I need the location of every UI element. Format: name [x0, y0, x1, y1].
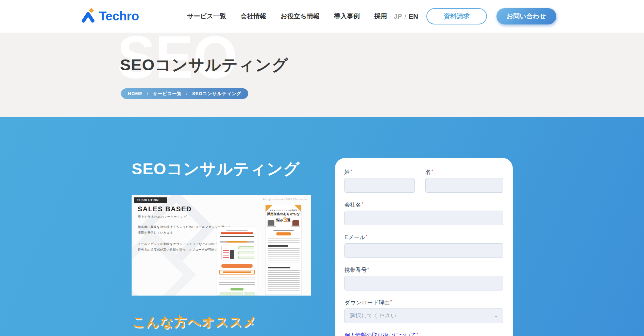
form-group-lastname: 姓* [344, 169, 415, 193]
required-asterisk: * [351, 169, 353, 174]
slide-section-tag: 02.SOLUTION [134, 197, 167, 203]
lastname-input[interactable] [344, 178, 415, 193]
breadcrumb-services[interactable]: サービス一覧 [153, 91, 182, 97]
document-request-button[interactable]: 資料請求 [426, 8, 487, 24]
page: Techro サービス一覧 会社情報 お役立ち情報 導入事例 採用 JP / E… [0, 0, 644, 336]
green-label-decoration [231, 288, 243, 290]
required-asterisk: * [417, 332, 418, 336]
section-title: SEOコンサルティング [132, 158, 300, 180]
placeholder-text-line [273, 230, 294, 231]
lang-en[interactable]: EN [409, 13, 418, 20]
firstname-input[interactable] [425, 178, 503, 193]
placeholder-paragraph [268, 270, 300, 292]
company-label: 会社名* [344, 201, 503, 209]
placeholder-heading-line [268, 267, 290, 268]
hero-section: SEO SEOコンサルティング HOME / サービス一覧 / SEOコンサルテ… [0, 33, 644, 117]
required-asterisk: * [366, 234, 368, 239]
person-illustration [268, 220, 274, 226]
lang-jp[interactable]: JP [394, 13, 402, 20]
breadcrumb-current: SEOコンサルティング [192, 91, 241, 97]
site-header: Techro サービス一覧 会社情報 お役立ち情報 導入事例 採用 JP / E… [0, 0, 644, 33]
slide-body-line: 担当者の温度感が高い時期を狙ってアプローチが可能です [138, 248, 221, 252]
form-group-company: 会社名* [344, 201, 503, 225]
laptop-illustration [291, 226, 300, 227]
placeholder-paragraph [268, 248, 300, 265]
select-placeholder: 選択してください [350, 312, 396, 320]
required-asterisk: * [390, 299, 392, 304]
placeholder-text-line [226, 230, 248, 231]
content-section: SEOコンサルティング 02.SOLUTION All rights reser… [0, 117, 644, 336]
main-nav: サービス一覧 会社情報 お役立ち情報 導入事例 採用 [187, 0, 387, 33]
flow-step-decoration [238, 256, 254, 259]
chevron-down-icon: ⌄ [494, 314, 498, 318]
person-illustration [292, 220, 299, 226]
email-label: Eメール* [344, 234, 503, 241]
form-group-download-reason: ダウンロード理由* 選択してください ⌄ [344, 299, 503, 323]
solution-slide-image: 02.SOLUTION All rights reserved 2025 ©Te… [132, 195, 311, 296]
recommend-heading: こんな方へオススメ [132, 313, 257, 331]
logo[interactable]: Techro [81, 8, 139, 24]
form-group-email: Eメール* [344, 234, 503, 258]
form-group-phone: 携帯番号* [344, 267, 503, 290]
nav-item-resources[interactable]: お役立ち情報 [281, 12, 320, 21]
slide-body-line: 情報を発信していきます [138, 231, 173, 235]
placeholder-text-line [220, 236, 254, 237]
laptop-illustration [267, 226, 276, 227]
orange-button-decoration [276, 232, 291, 235]
privacy-row: 個人情報の取り扱いについて* [344, 332, 503, 336]
firstname-label: 名* [425, 169, 503, 176]
form-group-firstname: 名* [425, 169, 503, 193]
process-flow-decoration [220, 292, 255, 296]
privacy-policy-link[interactable]: 個人情報の取り扱いについて [344, 332, 416, 336]
flow-step-decoration [238, 246, 254, 249]
language-switcher: JP / EN [394, 0, 418, 33]
required-asterisk: * [431, 169, 434, 174]
placeholder-heading-line [268, 245, 288, 247]
placeholder-paragraph [219, 278, 255, 286]
download-reason-select[interactable]: 選択してください ⌄ [344, 308, 503, 323]
flow-step-decoration [238, 251, 254, 254]
divider-decoration [220, 241, 254, 243]
phone-label: 携帯番号* [344, 267, 503, 274]
slide-copyright: All rights reserved 2025 ©Techro, inc [263, 198, 308, 200]
download-reason-label: ダウンロード理由* [344, 299, 503, 306]
breadcrumb: HOME / サービス一覧 / SEOコンサルティング [121, 88, 248, 99]
nav-item-services[interactable]: サービス一覧 [187, 12, 226, 21]
orange-button-decoration [221, 264, 253, 268]
breadcrumb-home[interactable]: HOME [128, 91, 142, 96]
nav-item-company[interactable]: 会社情報 [240, 12, 266, 21]
whitepaper-caption: ＼ 解決までのポイントも徹底解説 ／ [267, 209, 301, 212]
email-field[interactable] [344, 243, 503, 258]
illustration [221, 245, 254, 262]
slide-subheading: 売上を作るためのマーケティング [138, 215, 187, 219]
document-illustration [221, 246, 230, 259]
logo-text: Techro [99, 9, 139, 23]
placeholder-headline-line [221, 232, 253, 234]
required-asterisk: * [367, 266, 369, 271]
orange-outline-button-decoration [219, 270, 255, 275]
placeholder-paragraph [268, 238, 300, 243]
person-illustration [230, 250, 234, 259]
lastname-label: 姓* [344, 169, 415, 176]
techro-logo-icon [81, 8, 96, 24]
download-form-card: 姓* 名* 会社名* Eメール* 携帯番号* ダウン [335, 158, 513, 336]
breadcrumb-separator: / [186, 91, 188, 96]
contact-button[interactable]: お問い合わせ [496, 8, 556, 24]
page-title: SEOコンサルティング [120, 54, 288, 76]
company-input[interactable] [344, 211, 503, 225]
email-campaign-thumbnail [217, 227, 257, 296]
breadcrumb-separator: / [147, 91, 149, 96]
required-asterisk: * [362, 201, 364, 206]
whitepaper-thumbnail: ＼ 解決までのポイントも徹底解説 ／ 採用担当のありがちな 悩み3選 [265, 205, 302, 295]
nav-item-recruit[interactable]: 採用 [374, 12, 387, 21]
phone-input[interactable] [344, 276, 503, 290]
heading-underline-decoration [177, 209, 189, 209]
lang-separator: / [404, 13, 406, 20]
nav-item-cases[interactable]: 導入事例 [334, 12, 360, 21]
